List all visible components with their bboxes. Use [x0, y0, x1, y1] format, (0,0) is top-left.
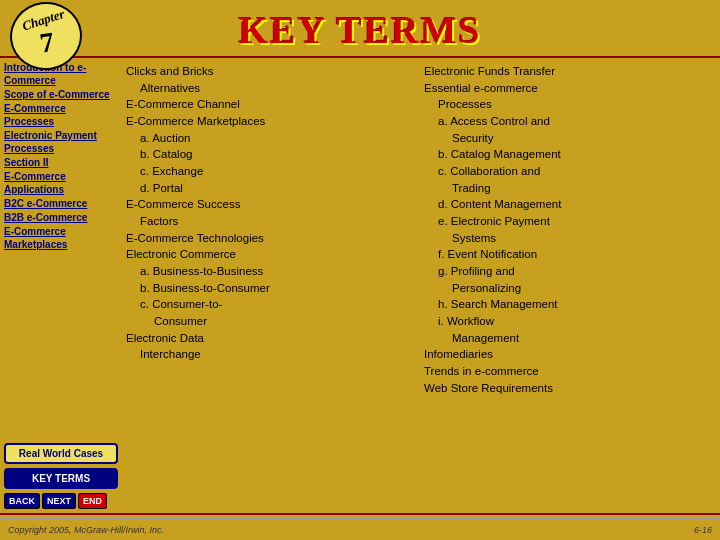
term-content-mgmt: d. Content Management [424, 196, 716, 213]
sidebar-item-processes[interactable]: E-Commerce Processes [4, 102, 118, 128]
real-world-button[interactable]: Real World Cases [4, 443, 118, 464]
term-security: Security [424, 130, 716, 147]
term-processes: Processes [424, 96, 716, 113]
term-alternatives: Alternatives [126, 80, 418, 97]
footer: Copyright 2005, McGraw-Hill/Irwin, Inc. … [0, 518, 720, 540]
terms-area: Clicks and Bricks Alternatives E-Commerc… [126, 61, 716, 513]
footer-divider [0, 513, 720, 515]
term-clicks-bricks: Clicks and Bricks [126, 63, 418, 80]
term-trends: Trends in e-commerce [424, 363, 716, 380]
left-column: Clicks and Bricks Alternatives E-Commerc… [126, 63, 418, 511]
term-collaboration: c. Collaboration and [424, 163, 716, 180]
term-search-mgmt: h. Search Management [424, 296, 716, 313]
term-eft: Electronic Funds Transfer [424, 63, 716, 80]
header: Chapter 7 KEY TERMS [0, 0, 720, 56]
main-container: Chapter 7 KEY TERMS Introduction to e-Co… [0, 0, 720, 540]
term-echannel: E-Commerce Channel [126, 96, 418, 113]
sidebar-item-b2c[interactable]: B2C e-Commerce [4, 197, 118, 210]
term-access-control: a. Access Control and [424, 113, 716, 130]
sidebar: Introduction to e-Commerce Scope of e-Co… [4, 61, 122, 513]
term-electronic-commerce: Electronic Commerce [126, 246, 418, 263]
term-infomediaries: Infomediaries [424, 346, 716, 363]
sidebar-nav: Introduction to e-Commerce Scope of e-Co… [4, 61, 118, 443]
content-area: Introduction to e-Commerce Scope of e-Co… [0, 61, 720, 513]
back-button[interactable]: BACK [4, 493, 40, 509]
term-b2b: a. Business-to-Business [126, 263, 418, 280]
sidebar-item-payment[interactable]: Electronic Payment Processes [4, 129, 118, 155]
key-terms-button[interactable]: KEY TERMS [4, 468, 118, 489]
term-web-store: Web Store Requirements [424, 380, 716, 397]
term-essential: Essential e-commerce [424, 80, 716, 97]
term-catalog: b. Catalog [126, 146, 418, 163]
term-success: E-Commerce Success [126, 196, 418, 213]
term-c2c-2: Consumer [126, 313, 418, 330]
nav-buttons: BACK NEXT END [4, 493, 118, 509]
main-content: Clicks and Bricks Alternatives E-Commerc… [126, 61, 716, 513]
term-electronic-data: Electronic Data [126, 330, 418, 347]
term-workflow: i. Workflow [424, 313, 716, 330]
copyright: Copyright 2005, McGraw-Hill/Irwin, Inc. [8, 525, 164, 535]
sidebar-item-section2[interactable]: Section II [4, 156, 118, 169]
term-exchange: c. Exchange [126, 163, 418, 180]
sidebar-item-applications[interactable]: E-Commerce Applications [4, 170, 118, 196]
term-interchange: Interchange [126, 346, 418, 363]
term-systems: Systems [424, 230, 716, 247]
term-catalog-mgmt: b. Catalog Management [424, 146, 716, 163]
sidebar-bottom: Real World Cases KEY TERMS BACK NEXT END [4, 443, 118, 513]
sidebar-item-marketplaces[interactable]: E-Commerce Marketplaces [4, 225, 118, 251]
page-number: 6-16 [694, 525, 712, 535]
sidebar-item-b2b[interactable]: B2B e-Commerce [4, 211, 118, 224]
right-column: Electronic Funds Transfer Essential e-co… [424, 63, 716, 511]
term-epayment: e. Electronic Payment [424, 213, 716, 230]
term-portal: d. Portal [126, 180, 418, 197]
end-button[interactable]: END [78, 493, 107, 509]
chapter-number: 7 [38, 26, 56, 60]
sidebar-item-scope[interactable]: Scope of e-Commerce [4, 88, 118, 101]
term-workflow-mgmt: Management [424, 330, 716, 347]
term-personalizing: Personalizing [424, 280, 716, 297]
next-button[interactable]: NEXT [42, 493, 76, 509]
term-b2c: b. Business-to-Consumer [126, 280, 418, 297]
term-trading: Trading [424, 180, 716, 197]
chapter-badge: Chapter 7 [10, 2, 90, 72]
term-factors: Factors [126, 213, 418, 230]
header-divider [0, 56, 720, 58]
term-emarketplaces: E-Commerce Marketplaces [126, 113, 418, 130]
term-event-notif: f. Event Notification [424, 246, 716, 263]
page-title: KEY TERMS [0, 8, 720, 52]
term-auction: a. Auction [126, 130, 418, 147]
term-technologies: E-Commerce Technologies [126, 230, 418, 247]
term-c2c-1: c. Consumer-to- [126, 296, 418, 313]
term-profiling: g. Profiling and [424, 263, 716, 280]
